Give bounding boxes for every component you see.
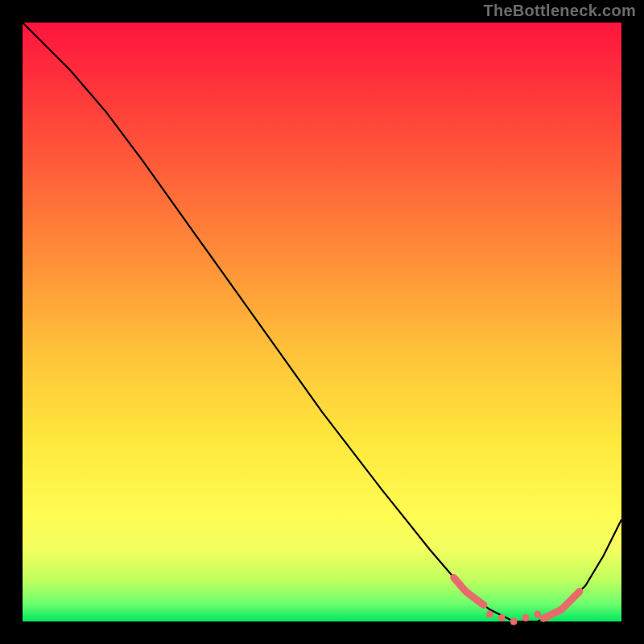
gradient-plot-background [23,23,621,621]
watermark-text: TheBottleneck.com [483,2,636,20]
chart-frame: TheBottleneck.com [0,0,644,644]
